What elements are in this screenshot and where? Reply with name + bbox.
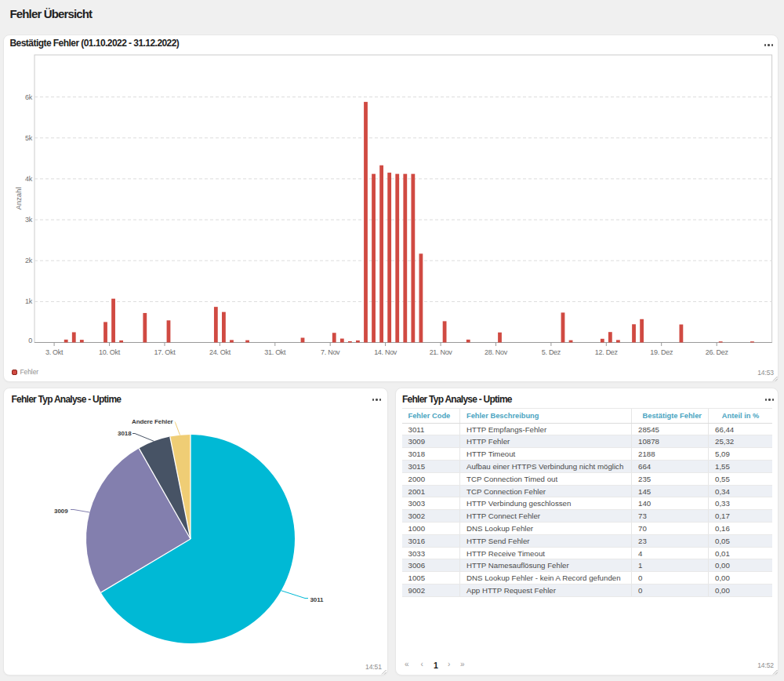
svg-text:10. Okt: 10. Okt (99, 348, 121, 356)
svg-text:2k: 2k (25, 257, 33, 264)
svg-text:24. Okt: 24. Okt (209, 348, 231, 356)
svg-text:6k: 6k (25, 93, 33, 101)
svg-text:17. Okt: 17. Okt (154, 348, 176, 356)
svg-text:1k: 1k (25, 297, 33, 305)
svg-text:21. Nov: 21. Nov (430, 348, 453, 356)
svg-text:4k: 4k (25, 175, 33, 183)
svg-text:5. Dez: 5. Dez (542, 348, 561, 356)
svg-text:Anzahl: Anzahl (14, 187, 23, 209)
svg-text:3k: 3k (25, 216, 33, 224)
svg-text:3009: 3009 (54, 508, 68, 515)
svg-text:3. Okt: 3. Okt (45, 348, 64, 356)
svg-text:12. Dez: 12. Dez (595, 348, 619, 356)
svg-text:0: 0 (28, 337, 32, 344)
svg-text:3018: 3018 (118, 430, 132, 437)
svg-text:5k: 5k (25, 134, 33, 142)
svg-text:3011: 3011 (310, 596, 325, 603)
svg-text:Andere Fehler: Andere Fehler (132, 418, 173, 425)
svg-text:28. Nov: 28. Nov (485, 348, 508, 356)
svg-text:26. Dez: 26. Dez (706, 348, 729, 356)
svg-text:19. Dez: 19. Dez (650, 348, 673, 356)
svg-text:7. Nov: 7. Nov (321, 348, 340, 356)
svg-text:14. Nov: 14. Nov (374, 348, 397, 356)
svg-text:31. Okt: 31. Okt (264, 348, 286, 356)
